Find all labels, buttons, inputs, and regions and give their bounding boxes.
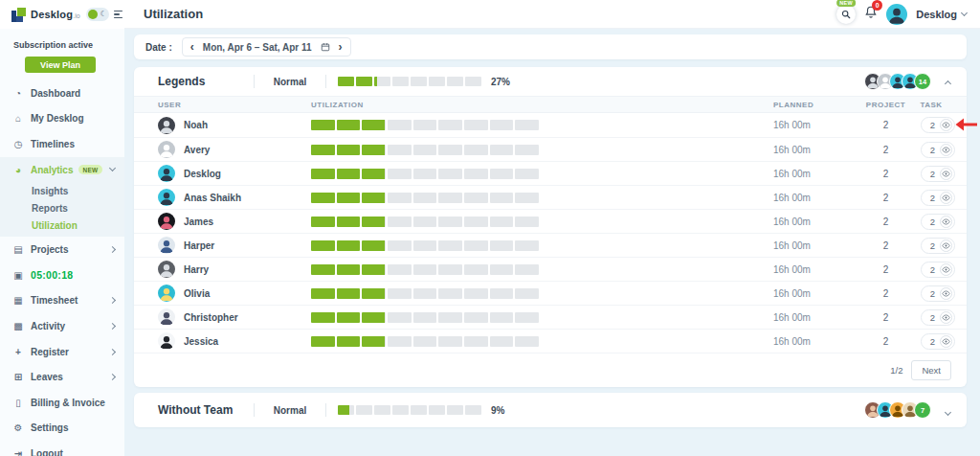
bar-segment bbox=[311, 217, 335, 227]
task-pill[interactable]: 2 bbox=[921, 285, 955, 302]
bar-segment bbox=[464, 240, 488, 251]
user-avatar[interactable] bbox=[886, 4, 907, 25]
task-pill[interactable]: 2 bbox=[921, 214, 955, 230]
task-pill[interactable]: 2 bbox=[921, 309, 955, 326]
table-row[interactable]: Harry 16h 00m 2 2 bbox=[134, 257, 967, 281]
planned-value: 16h 00m bbox=[773, 145, 864, 155]
bar-segment bbox=[388, 312, 412, 323]
search-icon[interactable] bbox=[836, 5, 856, 24]
without-team-utilization-bar bbox=[338, 405, 481, 415]
next-date-icon[interactable]: › bbox=[339, 41, 343, 53]
task-pill[interactable]: 2 bbox=[921, 333, 955, 350]
bar-segment bbox=[413, 193, 437, 203]
sidebar-item-label: Timelines bbox=[31, 139, 75, 149]
table-row[interactable]: Olivia 16h 00m 2 2 bbox=[134, 281, 967, 305]
bar-segment bbox=[515, 264, 539, 275]
sidebar-item-logout[interactable]: ⇥Logout bbox=[0, 441, 124, 456]
bar-segment bbox=[515, 336, 539, 347]
sidebar-item-activity[interactable]: ▩Activity bbox=[0, 313, 124, 339]
sidebar-item-timelines[interactable]: ◷Timelines bbox=[0, 131, 124, 157]
project-count: 2 bbox=[864, 120, 907, 130]
eye-icon[interactable] bbox=[940, 216, 952, 228]
planned-value: 16h 00m bbox=[773, 336, 864, 347]
table-row[interactable]: Harper 16h 00m 2 2 bbox=[134, 233, 967, 257]
bar-segment bbox=[438, 312, 462, 323]
table-row[interactable]: Anas Shaikh 16h 00m 2 2 bbox=[134, 185, 967, 209]
next-page-button[interactable]: Next bbox=[911, 360, 951, 380]
eye-icon[interactable] bbox=[940, 311, 952, 324]
bar-segment bbox=[362, 288, 386, 299]
bar-segment bbox=[464, 217, 488, 227]
analytics-group: ◕AnalyticsNEWInsightsReportsUtilization bbox=[0, 157, 124, 238]
col-utilization: UTILIZATION bbox=[311, 101, 773, 109]
eye-icon[interactable] bbox=[940, 287, 952, 300]
topbar-actions: NEW 0 Desklog bbox=[836, 4, 967, 25]
notifications-bell-icon[interactable]: 0 bbox=[864, 5, 878, 23]
bar-segment bbox=[388, 193, 412, 203]
sidebar-item-billing-invoice[interactable]: ▯Billing & Invoice bbox=[0, 390, 124, 416]
task-pill[interactable]: 2 bbox=[921, 117, 955, 133]
task-pill[interactable]: 2 bbox=[921, 190, 955, 206]
bar-segment bbox=[447, 77, 463, 86]
table-row[interactable]: Avery 16h 00m 2 2 bbox=[134, 137, 967, 161]
eye-icon[interactable] bbox=[940, 119, 952, 131]
project-count: 2 bbox=[864, 336, 907, 347]
bar-segment bbox=[374, 405, 390, 415]
sidebar-item-timesheet[interactable]: ▦Timesheet bbox=[0, 288, 124, 314]
date-range-picker[interactable]: ‹ Mon, Apr 6 – Sat, Apr 11 › bbox=[182, 37, 351, 57]
bar-segment bbox=[438, 288, 462, 299]
theme-toggle[interactable]: ☾ bbox=[86, 8, 109, 21]
sidebar-item-dashboard[interactable]: ◔Dashboard bbox=[0, 80, 124, 106]
sidebar-item-projects[interactable]: ▤Projects bbox=[0, 237, 124, 262]
sidebar-subitem-utilization[interactable]: Utilization bbox=[0, 217, 124, 234]
sidebar-item-my-desklog[interactable]: ⌂My Desklog bbox=[0, 106, 124, 132]
table-row[interactable]: Noah 16h 00m 2 2 bbox=[134, 113, 967, 137]
eye-icon[interactable] bbox=[940, 239, 952, 252]
table-row[interactable]: Jessica 16h 00m 2 2 bbox=[134, 329, 967, 353]
sidebar-item-settings[interactable]: ⚙Settings bbox=[0, 416, 124, 442]
eye-icon[interactable] bbox=[940, 168, 952, 180]
logout-icon: ⇥ bbox=[11, 448, 25, 456]
task-pill[interactable]: 2 bbox=[921, 238, 955, 254]
table-row[interactable]: James 16h 00m 2 2 bbox=[134, 209, 967, 233]
sidebar-item-leaves[interactable]: ⊞Leaves bbox=[0, 364, 124, 390]
bar-segment bbox=[311, 120, 335, 130]
without-team-card: Without Team Normal 9% 7 bbox=[134, 393, 967, 427]
sidebar-item-label: Settings bbox=[31, 422, 68, 433]
table-row[interactable]: Desklog 16h 00m 2 2 bbox=[134, 161, 967, 185]
task-pill[interactable]: 2 bbox=[921, 262, 955, 278]
table-row[interactable]: Christopher 16h 00m 2 2 bbox=[134, 305, 967, 329]
eye-icon[interactable] bbox=[940, 335, 952, 348]
legends-header: Legends Normal 27% 14 bbox=[134, 67, 967, 96]
eye-icon[interactable] bbox=[940, 263, 952, 276]
task-count: 2 bbox=[930, 193, 935, 203]
sidebar-subitem-reports[interactable]: Reports bbox=[0, 199, 124, 217]
bar-segment bbox=[337, 288, 361, 299]
user-menu[interactable]: Desklog bbox=[916, 9, 967, 20]
expand-section-toggle[interactable] bbox=[943, 399, 953, 422]
project-count: 2 bbox=[864, 312, 907, 323]
sidebar-item-register[interactable]: +Register bbox=[0, 339, 124, 365]
utilization-bar bbox=[311, 312, 539, 323]
sidebar-subitem-insights[interactable]: Insights bbox=[0, 182, 124, 199]
sidebar-item-analytics[interactable]: ◕AnalyticsNEW bbox=[0, 157, 124, 183]
task-count: 2 bbox=[930, 288, 935, 299]
col-task: TASK bbox=[907, 101, 955, 109]
prev-date-icon[interactable]: ‹ bbox=[190, 41, 194, 53]
task-pill[interactable]: 2 bbox=[921, 142, 955, 158]
bar-segment bbox=[392, 405, 409, 415]
collapse-menu-icon[interactable] bbox=[114, 11, 122, 19]
bar-segment bbox=[515, 288, 539, 299]
task-pill[interactable]: 2 bbox=[921, 166, 955, 182]
bar-segment bbox=[338, 77, 354, 86]
view-plan-button[interactable]: View Plan bbox=[25, 57, 96, 73]
eye-icon[interactable] bbox=[940, 144, 952, 156]
collapse-section-toggle[interactable] bbox=[943, 70, 953, 93]
sidebar-timer[interactable]: ▣05:00:18 bbox=[0, 262, 124, 288]
bar-segment bbox=[362, 336, 386, 347]
notification-count-badge: 0 bbox=[872, 0, 882, 11]
bar-segment bbox=[515, 240, 539, 251]
eye-icon[interactable] bbox=[940, 192, 952, 204]
bar-segment bbox=[515, 120, 539, 130]
calendar-icon[interactable] bbox=[321, 42, 330, 52]
